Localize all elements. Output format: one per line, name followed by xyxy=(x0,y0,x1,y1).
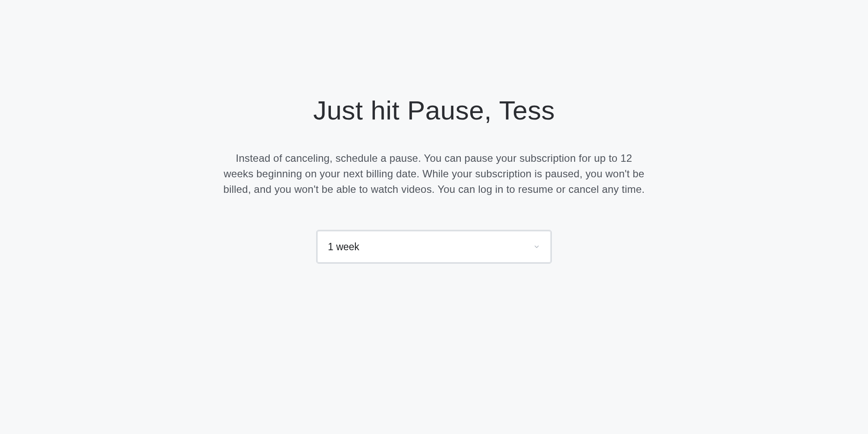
pause-description: Instead of canceling, schedule a pause. … xyxy=(218,151,650,197)
chevron-down-icon xyxy=(533,243,540,250)
page-title: Just hit Pause, Tess xyxy=(218,95,650,126)
pause-duration-select[interactable]: 1 week xyxy=(317,231,551,263)
select-value: 1 week xyxy=(328,241,359,253)
pause-subscription-container: Just hit Pause, Tess Instead of cancelin… xyxy=(218,95,650,263)
select-display: 1 week xyxy=(318,231,550,262)
